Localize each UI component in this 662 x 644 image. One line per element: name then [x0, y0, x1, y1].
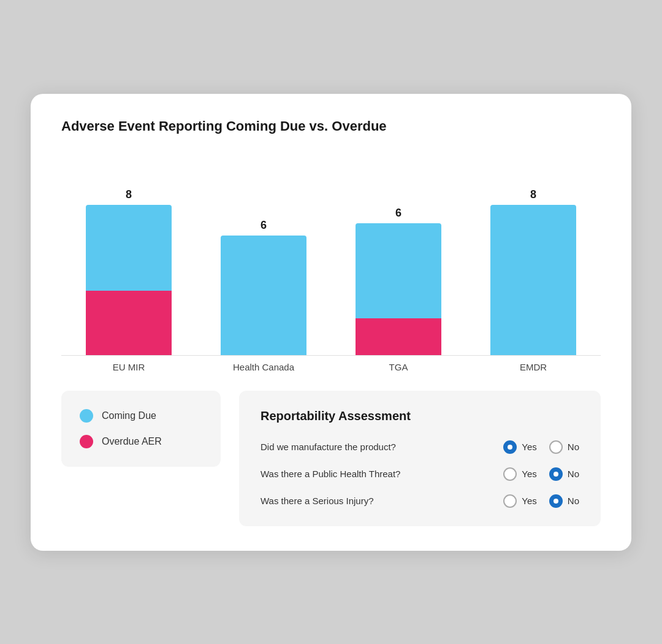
x-label-health-canada: Health Canada: [221, 362, 306, 372]
bar-group-eu-mir: 8: [86, 188, 172, 355]
x-label-emdr: EMDR: [490, 362, 576, 372]
radio-circle-manufacture-no[interactable]: [549, 440, 563, 454]
radio-public-health-no[interactable]: No: [549, 467, 579, 481]
bar-group-tga: 6: [356, 207, 441, 355]
question-text-public-health: Was there a Public Health Threat?: [261, 467, 400, 480]
bar-overdue-tga: [356, 318, 441, 355]
bar-stack-health-canada: [221, 236, 306, 355]
legend-item-coming-due: Coming Due: [80, 409, 202, 423]
coming-due-dot: [80, 409, 93, 423]
radio-label-public-health-no: No: [568, 469, 579, 479]
radio-group-serious-injury[interactable]: Yes No: [503, 494, 579, 508]
assessment-box: Reportability Assessment Did we manufact…: [239, 391, 601, 526]
radio-label-manufacture-yes: Yes: [522, 442, 536, 452]
bar-label-eu-mir: 8: [126, 188, 132, 201]
bar-label-tga: 6: [395, 207, 401, 220]
overdue-aer-dot: [80, 435, 93, 448]
radio-public-health-yes[interactable]: Yes: [503, 467, 536, 481]
bar-coming-due-health-canada: [221, 236, 306, 355]
chart-area: 8 6 6 8: [61, 159, 601, 355]
bar-label-health-canada: 6: [261, 219, 267, 232]
radio-label-manufacture-no: No: [568, 442, 579, 452]
bar-stack-tga: [356, 223, 441, 355]
x-label-eu-mir: EU MIR: [86, 362, 172, 372]
card-title: Adverse Event Reporting Coming Due vs. O…: [61, 118, 601, 134]
x-label-tga: TGA: [356, 362, 441, 372]
bar-group-health-canada: 6: [221, 219, 306, 355]
radio-circle-serious-injury-yes[interactable]: [503, 494, 517, 508]
legend-box: Coming Due Overdue AER: [61, 391, 221, 467]
radio-circle-manufacture-yes[interactable]: [503, 440, 517, 454]
bar-overdue-eu-mir: [86, 291, 172, 355]
question-text-manufacture: Did we manufacture the product?: [261, 440, 396, 453]
question-row-serious-injury: Was there a Serious Injury? Yes No: [261, 494, 579, 508]
radio-circle-public-health-no[interactable]: [549, 467, 563, 481]
main-card: Adverse Event Reporting Coming Due vs. O…: [31, 94, 631, 551]
bar-group-emdr: 8: [490, 188, 576, 355]
legend-item-overdue-aer: Overdue AER: [80, 435, 202, 448]
radio-group-manufacture[interactable]: Yes No: [503, 440, 579, 454]
radio-manufacture-no[interactable]: No: [549, 440, 579, 454]
bar-coming-due-eu-mir: [86, 205, 172, 291]
legend-label-coming-due: Coming Due: [102, 410, 156, 421]
bottom-section: Coming Due Overdue AER Reportability Ass…: [61, 391, 601, 526]
bar-stack-eu-mir: [86, 205, 172, 355]
radio-label-serious-injury-yes: Yes: [522, 496, 536, 506]
bar-label-emdr: 8: [530, 188, 536, 201]
assessment-title: Reportability Assessment: [261, 409, 579, 423]
legend-label-overdue-aer: Overdue AER: [102, 436, 162, 447]
question-row-public-health: Was there a Public Health Threat? Yes No: [261, 467, 579, 481]
x-axis: EU MIR Health Canada TGA EMDR: [61, 356, 601, 372]
radio-group-public-health[interactable]: Yes No: [503, 467, 579, 481]
radio-serious-injury-no[interactable]: No: [549, 494, 579, 508]
radio-manufacture-yes[interactable]: Yes: [503, 440, 536, 454]
radio-circle-public-health-yes[interactable]: [503, 467, 517, 481]
bar-coming-due-emdr: [490, 205, 576, 355]
question-row-manufacture: Did we manufacture the product? Yes No: [261, 440, 579, 454]
radio-label-serious-injury-no: No: [568, 496, 579, 506]
question-text-serious-injury: Was there a Serious Injury?: [261, 494, 374, 507]
radio-serious-injury-yes[interactable]: Yes: [503, 494, 536, 508]
radio-label-public-health-yes: Yes: [522, 469, 536, 479]
bar-stack-emdr: [490, 205, 576, 355]
bar-coming-due-tga: [356, 223, 441, 318]
radio-circle-serious-injury-no[interactable]: [549, 494, 563, 508]
